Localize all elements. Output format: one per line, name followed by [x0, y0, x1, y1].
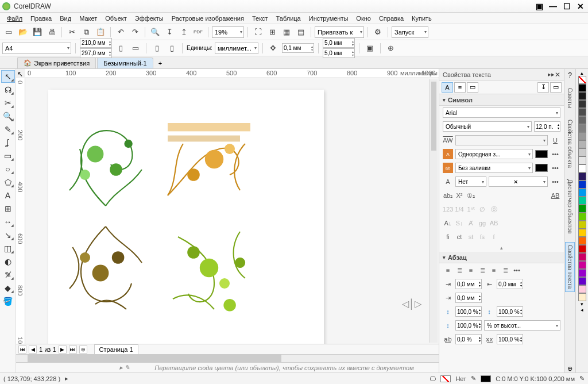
swatch[interactable] — [578, 229, 586, 237]
palette-up-button[interactable]: ▴ — [581, 70, 583, 76]
import-button[interactable]: ↧ — [163, 26, 176, 39]
menu-tools[interactable]: Инструменты — [305, 14, 352, 23]
nav-widget-icon[interactable]: ◁│▷ — [402, 298, 421, 309]
nudge-distance-input[interactable]: 0,1 мм — [282, 43, 314, 53]
swatch[interactable] — [578, 100, 586, 108]
outline-width-combo[interactable]: Нет — [455, 176, 486, 187]
swash-button[interactable]: S↓ — [454, 218, 465, 228]
swatch[interactable] — [578, 293, 586, 301]
rulers-button[interactable]: ⊞ — [266, 26, 278, 39]
slashed-zero-button[interactable]: ∅ — [477, 204, 488, 214]
options-button[interactable]: ⚙ — [372, 26, 384, 39]
align-center-button[interactable]: ≡ — [466, 265, 476, 275]
font-size-input[interactable]: 12,0 п. — [534, 121, 560, 132]
status-outline²-swatch[interactable] — [481, 375, 491, 382]
fraction-button[interactable]: 1/4 — [454, 204, 465, 214]
hint-docker-icon[interactable]: ? — [568, 71, 572, 79]
tab-welcome[interactable]: 🏠 Экран приветствия — [17, 57, 96, 68]
menu-window[interactable]: Окно — [353, 14, 374, 23]
historical-button[interactable]: ſs — [477, 232, 488, 242]
align-force-button[interactable]: ≣ — [500, 265, 510, 275]
launch-combo[interactable]: Запуск — [392, 26, 428, 38]
page-first-button[interactable]: ⏮ — [18, 345, 26, 354]
status-next-icon[interactable]: ▸ — [65, 375, 68, 382]
align-left-button[interactable]: ≣ — [454, 265, 465, 275]
swatch[interactable] — [578, 269, 586, 277]
bg-more-button[interactable]: ••• — [550, 163, 560, 173]
bg-fill-combo[interactable]: Без заливки — [455, 163, 533, 173]
zoom-combo[interactable]: 19% — [212, 26, 244, 38]
tab-character[interactable]: A — [442, 82, 453, 93]
add-tab-button[interactable]: + — [154, 57, 166, 68]
menu-table[interactable]: Таблица — [273, 14, 304, 23]
stylistic-set-button[interactable]: gg — [477, 218, 488, 228]
align-none-button[interactable]: ≡ — [443, 265, 453, 275]
swatch[interactable] — [578, 221, 586, 229]
artwork[interactable] — [54, 113, 261, 320]
oldstyle-button[interactable]: 123 — [443, 204, 453, 214]
close-button[interactable]: ✕ — [575, 2, 586, 10]
swatch[interactable] — [578, 181, 586, 189]
section-paragraph[interactable]: Абзац — [439, 252, 564, 263]
options-button-2[interactable]: ⊕ — [385, 42, 397, 55]
docker-menu-icon[interactable]: ▸▸ — [548, 71, 555, 78]
stylistic-alt-button[interactable]: Ⱥ — [466, 218, 476, 228]
pick-tool[interactable]: ↖◢ — [1, 70, 15, 83]
superscript-button[interactable]: X² — [454, 190, 465, 201]
eyedropper-tool[interactable]: ✎̸◢ — [1, 268, 15, 281]
swatch[interactable] — [578, 92, 586, 100]
swatch[interactable] — [578, 124, 586, 132]
stylistic-a-button[interactable]: A↓ — [443, 218, 453, 228]
swatch-none[interactable] — [578, 76, 586, 84]
shape-tool[interactable]: ☊◢ — [1, 83, 15, 96]
palette-expand-button[interactable]: ◂ — [581, 307, 583, 313]
minimize-button[interactable]: — — [548, 2, 558, 10]
new-button[interactable]: ▭ — [2, 26, 15, 39]
align-justify-button[interactable]: ≡ — [489, 265, 499, 275]
text-tool[interactable]: A — [1, 189, 15, 202]
treat-as-filled-button[interactable]: ▣ — [363, 42, 376, 55]
copy-button[interactable]: ⧉ — [80, 26, 92, 39]
all-pages-icon[interactable]: ▯ — [150, 42, 163, 55]
connector-tool[interactable]: ↘◢ — [1, 229, 15, 241]
swatch[interactable] — [578, 245, 586, 253]
tab-document[interactable]: Безымянный-1 — [97, 57, 153, 68]
zoom-tool[interactable]: 🔍◢ — [1, 110, 15, 122]
export-button[interactable]: ↥ — [177, 26, 190, 39]
outline-style-combo[interactable]: ✕ — [489, 176, 548, 187]
table-tool[interactable]: ⊞ — [1, 202, 15, 215]
fill-edit-icon[interactable]: ✎ — [471, 375, 476, 382]
swatch[interactable] — [578, 277, 586, 285]
menu-bitmaps[interactable]: Растровые изображения — [168, 14, 247, 23]
swatch[interactable] — [578, 189, 586, 197]
scrollbar-vertical[interactable] — [430, 79, 438, 343]
canvas[interactable]: ◁│▷ — [25, 78, 439, 344]
interactive-fill-tool[interactable]: ◆◢ — [1, 282, 15, 294]
swatch[interactable] — [578, 84, 586, 92]
polygon-tool[interactable]: ⬠◢ — [1, 176, 15, 189]
artistic-media-tool[interactable]: ʆ — [1, 136, 15, 149]
page-tab-1[interactable]: Страница 1 — [94, 344, 138, 355]
swatch[interactable] — [578, 205, 586, 213]
underline-button[interactable]: U — [550, 135, 560, 145]
guides-button[interactable]: ▤ — [295, 26, 307, 39]
vtab-hints[interactable]: Советы — [565, 85, 575, 111]
swatch[interactable] — [578, 116, 586, 124]
fill-type-combo[interactable]: Однородная з... — [455, 149, 533, 159]
swatch[interactable] — [578, 213, 586, 221]
position-button[interactable]: ①₂ — [466, 190, 476, 201]
font-style-combo[interactable]: Обычный — [443, 121, 532, 132]
current-page-icon[interactable]: ▯̤ — [165, 42, 178, 55]
scrollbar-horizontal[interactable] — [16, 354, 439, 362]
align-more-button[interactable]: ••• — [512, 265, 522, 275]
outline-more-button[interactable]: ••• — [550, 176, 560, 187]
page-height-input[interactable]: 297,0 мм — [80, 48, 112, 58]
pdf-button[interactable]: PDF — [192, 26, 204, 39]
ordinal-button[interactable]: 1ˢᵗ — [466, 204, 476, 214]
swatch[interactable] — [578, 164, 586, 172]
swatch[interactable] — [578, 156, 586, 164]
ruler-horizontal[interactable]: 0 100 200 300 400 500 600 700 800 900 10… — [25, 69, 439, 78]
page-last-button[interactable]: ⏭ — [69, 345, 77, 354]
menu-help[interactable]: Справка — [376, 14, 407, 23]
swatch[interactable] — [578, 261, 586, 269]
